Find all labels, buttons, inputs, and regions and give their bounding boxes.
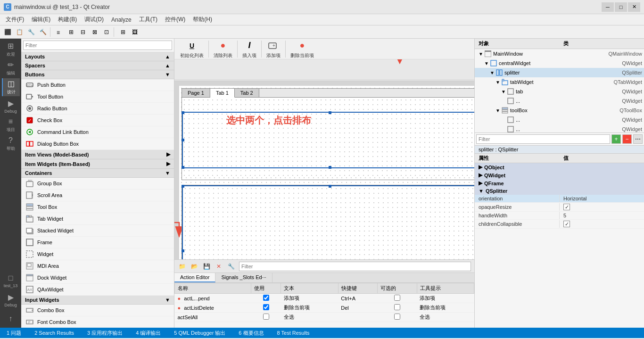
widget-group-box[interactable]: AB Group Box [21, 178, 174, 190]
tree-toolbox-1[interactable]: ... QWidget [475, 115, 644, 124]
prop-group-qwidget[interactable]: ▶ QWidget [475, 171, 644, 179]
widget-font-combo-box[interactable]: F Font Combo Box [21, 316, 174, 328]
canvas-tab-tab1[interactable]: Tab 1 [210, 89, 235, 98]
prop-row-orientation[interactable]: orientation Horizontal [475, 195, 644, 203]
status-qml-debug[interactable]: 5 QML Debugger 输出 [171, 330, 228, 337]
category-layouts[interactable]: Layouts ▲ [21, 52, 174, 61]
checkbox-used-2[interactable] [263, 304, 269, 310]
action-filter-input[interactable] [239, 262, 471, 271]
toolbar-btn-7[interactable]: ⊠ [89, 27, 100, 37]
menu-build[interactable]: 构建(B) [54, 15, 81, 25]
tree-tab[interactable]: ▼ tab QWidget [475, 87, 644, 96]
widget-combo-box[interactable]: Combo Box [21, 305, 174, 316]
tree-tab-ellipsis[interactable]: ... QWidget [475, 96, 644, 106]
toolbar-btn-2[interactable]: 📋 [14, 27, 25, 37]
activity-design[interactable]: ◫ 设计 [2, 78, 20, 96]
menu-controls[interactable]: 控件(W) [161, 15, 189, 25]
category-spacers[interactable]: Spacers ▲ [21, 61, 174, 70]
toolbar-btn-5[interactable]: ⊞ [66, 27, 77, 37]
widget-dock-widget[interactable]: Dock Widget [21, 272, 174, 284]
toolbar-btn-1[interactable]: ⬛ [2, 27, 13, 37]
canvas-tab-tab2[interactable]: Tab 2 [235, 89, 259, 97]
widget-stacked-widget[interactable]: Stacked Widget [21, 225, 174, 237]
table-row[interactable]: ● actListDelete 删除当前项 Del 删除当前项 [175, 303, 474, 313]
prop-remove-button[interactable]: − [622, 134, 632, 144]
widget-push-button[interactable]: BTN Push Button [21, 79, 174, 91]
category-buttons[interactable]: Buttons ▼ [21, 70, 174, 79]
status-general[interactable]: 6 概要信息 [236, 330, 266, 337]
widget-tab-widget[interactable]: Tab Widget [21, 213, 174, 225]
bottom-tb-5[interactable]: 🔧 [225, 261, 237, 272]
tree-tabwidget[interactable]: ▼ tabWidget QTabWidget [475, 77, 644, 87]
bottom-tb-2[interactable]: 📂 [189, 261, 200, 272]
menu-analyze[interactable]: Analyze [107, 16, 135, 24]
tree-mainwindow[interactable]: ▼ MainWindow QMainWindow [475, 49, 644, 58]
prop-checkbox-childrencollapsible[interactable] [563, 221, 570, 227]
canvas-area[interactable]: Page 1 Tab 1 Tab 2 [174, 81, 474, 259]
menu-edit[interactable]: 编辑(E) [28, 15, 54, 25]
prop-checkbox-opaqueresize[interactable] [563, 204, 570, 210]
category-item-views[interactable]: Item Views (Model-Based) ▶ [21, 150, 174, 159]
toolbox-canvas[interactable]: Page 2 [182, 185, 474, 259]
category-input-widgets[interactable]: Input Widgets ▼ [21, 296, 174, 305]
maximize-button[interactable]: □ [615, 2, 627, 12]
prop-more-button[interactable]: ⋯ [633, 134, 643, 144]
toolbar-btn-4[interactable]: 🔨 [37, 27, 49, 37]
toolbar-edit-btn[interactable]: ≡ [54, 27, 65, 37]
menu-file[interactable]: 文件(F) [2, 15, 28, 25]
checkbox-used-3[interactable] [263, 314, 269, 320]
tree-toolbox[interactable]: ▼ toolBox QToolBox [475, 106, 644, 115]
tree-centralwidget[interactable]: ▼ centralWidget QWidget [475, 58, 644, 68]
toolbar-img-btn[interactable]: 🖼 [129, 27, 140, 37]
category-item-widgets[interactable]: Item Widgets (Item-Based) ▶ [21, 159, 174, 169]
toolbar-btn-8[interactable]: ⊡ [101, 27, 112, 37]
toolbar-btn-3[interactable]: 🔧 [25, 27, 37, 37]
canvas[interactable]: Page 1 Tab 1 Tab 2 [179, 86, 474, 259]
canvas-tab-page1[interactable]: Page 1 [182, 89, 210, 97]
tree-splitter[interactable]: ▼ splitter QSplitter [475, 68, 644, 77]
checkbox-checkable-2[interactable] [394, 304, 400, 310]
ftb-init-list[interactable]: U 初始化列表 [178, 39, 206, 60]
tab-signals-slots[interactable]: Signals _Slots Ed··· [215, 273, 272, 282]
ftb-insert[interactable]: I 插入项 [240, 39, 258, 60]
activity-edit[interactable]: ✏ 编辑 [2, 59, 20, 77]
table-row[interactable]: actSelAll 全选 全选 [175, 313, 474, 322]
tab-action-editor[interactable]: Action Editor [174, 273, 215, 282]
bottom-tb-1[interactable]: 📁 [176, 261, 188, 272]
status-app-output[interactable]: 3 应用程序输出 [84, 330, 125, 337]
ftb-add[interactable]: + 添加项 [264, 39, 282, 60]
checkbox-checkable-3[interactable] [394, 314, 400, 320]
activity-project[interactable]: ≡ 项目 [2, 116, 20, 134]
widget-command-link-button[interactable]: Command Link Button [21, 126, 174, 138]
widget-widget[interactable]: Widget [21, 248, 174, 260]
toolbar-btn-6[interactable]: ⊟ [77, 27, 89, 37]
ftb-delete[interactable]: ● 删除当前项 [289, 39, 316, 60]
widget-frame[interactable]: Frame [21, 237, 174, 248]
bottom-tb-4[interactable]: ✕ [213, 261, 224, 272]
activity-help[interactable]: ? 帮助 [2, 135, 20, 153]
ftb-clear-list[interactable]: ● 清除列表 [212, 39, 234, 60]
menu-debug[interactable]: 调试(D) [81, 15, 107, 25]
activity-upload[interactable]: ↑ [2, 310, 20, 328]
prop-group-qsplitter[interactable]: ▼ QSplitter [475, 187, 644, 195]
activity-test[interactable]: □ test_13 [2, 272, 20, 290]
close-button[interactable]: ✕ [628, 2, 640, 12]
status-problems[interactable]: 1 问题 [4, 330, 24, 337]
prop-group-qobject[interactable]: ▶ QObject [475, 163, 644, 171]
minimize-button[interactable]: ─ [602, 2, 614, 12]
widget-check-box[interactable]: ✓ Check Box [21, 115, 174, 126]
widget-radio-button[interactable]: Radio Button [21, 103, 174, 115]
widget-dialog-button-box[interactable]: Dialog Button Box [21, 138, 174, 150]
activity-debug2[interactable]: ▶ Debug [2, 291, 20, 309]
menu-help[interactable]: 帮助(H) [189, 15, 216, 25]
prop-group-qframe[interactable]: ▶ QFrame [475, 179, 644, 187]
toolbar-grid-btn[interactable]: ⊞ [117, 27, 129, 37]
status-search[interactable]: 2 Search Results [32, 330, 77, 336]
widget-qax-widget[interactable]: AX QAxWidget [21, 284, 174, 296]
widget-mdi-area[interactable]: MDI Area [21, 260, 174, 272]
bottom-tb-3[interactable]: 💾 [201, 261, 212, 272]
checkbox-used-1[interactable] [263, 295, 269, 301]
menu-tools[interactable]: 工具(T) [135, 15, 161, 25]
tab-widget-canvas[interactable]: Page 1 Tab 1 Tab 2 [182, 88, 474, 180]
prop-row-childrencollapsible[interactable]: childrenCollapsible [475, 220, 644, 229]
